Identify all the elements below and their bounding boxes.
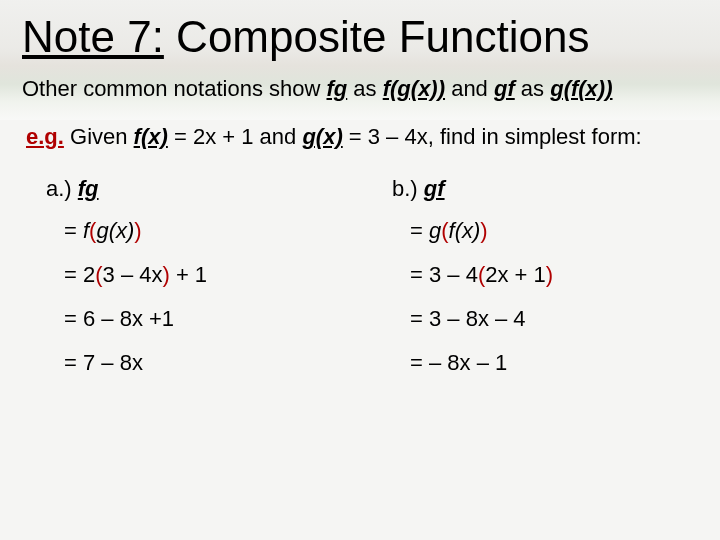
col-b-s2-pre: = 3 – 4	[410, 262, 478, 287]
col-a-head: a.) fg	[46, 176, 352, 202]
title-prefix: Note 7:	[22, 12, 164, 61]
col-a-s1-eq: =	[64, 218, 83, 243]
col-b-s3: = 3 – 8x – 4	[410, 306, 526, 331]
col-a-s2-open: (	[95, 262, 102, 287]
intro-gfx: g(f(x))	[550, 76, 612, 101]
col-b-head-fn: gf	[424, 176, 445, 201]
col-b-step-1: = g(f(x))	[410, 218, 698, 244]
col-b-step-3: = 3 – 8x – 4	[410, 306, 698, 332]
eg-gx: g(x)	[302, 124, 342, 149]
col-b-head: b.) gf	[392, 176, 698, 202]
col-a-s2-pre: = 2	[64, 262, 95, 287]
eg-fx: f(x)	[134, 124, 168, 149]
eg-text-2: = 2x + 1 and	[168, 124, 303, 149]
col-b-s2-in: 2x + 1	[485, 262, 546, 287]
col-a-step-4: = 7 – 8x	[64, 350, 352, 376]
title-rest: Composite Functions	[164, 12, 590, 61]
col-b-s1-open: (	[441, 218, 448, 243]
intro-text-1: Other common notations show	[22, 76, 326, 101]
col-b-s1-close: )	[480, 218, 487, 243]
eg-label: e.g.	[26, 124, 64, 149]
col-b-s1-eq: =	[410, 218, 429, 243]
col-a-head-prefix: a.)	[46, 176, 78, 201]
intro-gf: gf	[494, 76, 515, 101]
eg-text-1: Given	[64, 124, 134, 149]
col-a-step-1: = f(g(x))	[64, 218, 352, 244]
intro-line: Other common notations show fg as f(g(x)…	[22, 76, 698, 102]
column-a: a.) fg = f(g(x)) = 2(3 – 4x) + 1 = 6 – 8…	[46, 176, 352, 394]
intro-text-4: as	[515, 76, 550, 101]
slide-content: Note 7: Composite Functions Other common…	[0, 0, 720, 394]
col-a-step-2: = 2(3 – 4x) + 1	[64, 262, 352, 288]
col-b-step-2: = 3 – 4(2x + 1)	[410, 262, 698, 288]
col-b-s1-g: g	[429, 218, 441, 243]
col-a-s1-g: g(x)	[96, 218, 134, 243]
slide-title: Note 7: Composite Functions	[22, 12, 698, 62]
col-a-s3: = 6 – 8x +1	[64, 306, 174, 331]
intro-fgx: f(g(x))	[383, 76, 445, 101]
col-b-head-prefix: b.)	[392, 176, 424, 201]
intro-text-3: and	[445, 76, 494, 101]
col-a-step-3: = 6 – 8x +1	[64, 306, 352, 332]
problems-row: a.) fg = f(g(x)) = 2(3 – 4x) + 1 = 6 – 8…	[22, 176, 698, 394]
col-a-s1-close: )	[134, 218, 141, 243]
intro-text-2: as	[347, 76, 382, 101]
col-b-s1-f: f(x)	[449, 218, 481, 243]
col-a-s2-post: + 1	[170, 262, 207, 287]
col-a-s2-in: 3 – 4x	[103, 262, 163, 287]
eg-text-3: = 3 – 4x, find in simplest form:	[343, 124, 642, 149]
col-a-head-fn: fg	[78, 176, 99, 201]
col-a-s2-close: )	[162, 262, 169, 287]
col-b-s4: = – 8x – 1	[410, 350, 507, 375]
col-b-s2-close: )	[546, 262, 553, 287]
example-line: e.g. Given f(x) = 2x + 1 and g(x) = 3 – …	[26, 124, 698, 150]
col-b-step-4: = – 8x – 1	[410, 350, 698, 376]
intro-fg: fg	[326, 76, 347, 101]
col-a-s4: = 7 – 8x	[64, 350, 143, 375]
column-b: b.) gf = g(f(x)) = 3 – 4(2x + 1) = 3 – 8…	[392, 176, 698, 394]
